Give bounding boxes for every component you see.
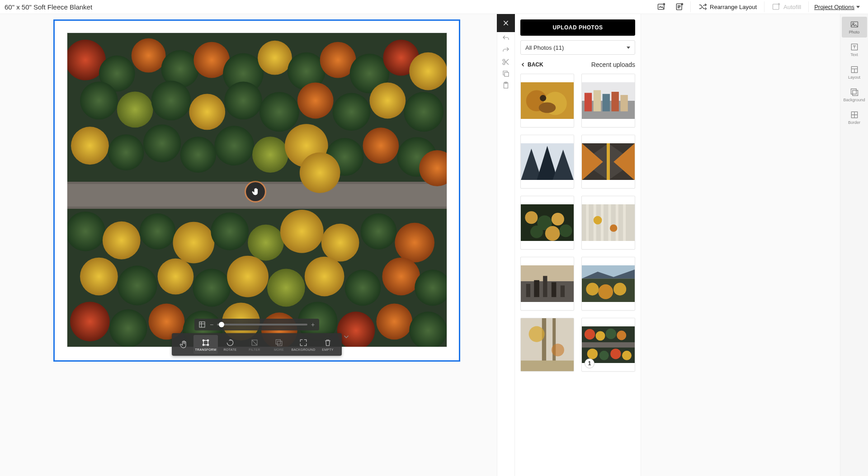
photo-thumb[interactable]: [520, 318, 574, 372]
svg-point-145: [617, 330, 626, 340]
empty-tool-button[interactable]: EMPTY: [316, 335, 340, 354]
photo-thumb[interactable]: [581, 257, 635, 311]
svg-rect-124: [534, 280, 539, 297]
chevron-down-icon: [342, 333, 350, 341]
separator: [808, 1, 809, 12]
cut-button[interactable]: [497, 57, 515, 67]
rearrange-layout-button[interactable]: Rearrange Layout: [693, 0, 762, 14]
thumb-image: [521, 318, 574, 371]
svg-point-109: [530, 225, 543, 238]
add-note-button[interactable]: [670, 0, 689, 14]
redo-button[interactable]: [497, 45, 515, 56]
svg-point-47: [321, 224, 359, 262]
thumb-image: [521, 82, 574, 119]
autofill-button[interactable]: Autofill: [766, 0, 807, 14]
transform-icon: [201, 338, 210, 347]
photo-icon: [850, 20, 859, 29]
background-tool-button[interactable]: BACKGROUND: [291, 335, 316, 354]
photo-thumb[interactable]: [520, 196, 574, 250]
main-area: − + TRANSFORM ROTATE: [0, 14, 868, 476]
more-tool-button[interactable]: MORE: [267, 335, 291, 354]
back-button[interactable]: BACK: [520, 61, 543, 68]
copy-icon: [502, 70, 510, 78]
clipboard-icon: [502, 81, 510, 90]
svg-point-31: [180, 137, 216, 173]
svg-point-148: [610, 349, 621, 359]
photo-filter-dropdown[interactable]: All Photos (11): [520, 40, 635, 55]
svg-point-33: [252, 137, 288, 173]
redo-icon: [502, 46, 510, 54]
zoom-out-button[interactable]: −: [209, 321, 214, 328]
svg-rect-118: [623, 204, 626, 241]
svg-rect-77: [276, 339, 280, 344]
close-panel-button[interactable]: [497, 14, 515, 32]
svg-point-80: [503, 63, 505, 65]
svg-point-21: [189, 94, 225, 130]
photo-thumb[interactable]: [520, 135, 574, 189]
rail-border-button[interactable]: Border: [842, 107, 867, 128]
canvas-photo-slot[interactable]: [67, 33, 447, 347]
rotate-icon: [226, 338, 235, 347]
svg-point-25: [333, 93, 371, 131]
svg-point-147: [599, 350, 609, 360]
photo-thumb[interactable]: [581, 135, 635, 189]
svg-point-88: [539, 102, 556, 113]
fit-icon[interactable]: [198, 320, 206, 329]
vertical-action-strip: [497, 14, 515, 476]
photo-thumb[interactable]: [581, 196, 635, 250]
right-tool-rail: Photo Text Layout Background Border: [840, 14, 868, 476]
rail-photo-button[interactable]: Photo: [842, 17, 867, 38]
svg-point-146: [587, 349, 598, 359]
empty-label: EMPTY: [322, 348, 334, 351]
project-options-button[interactable]: Project Options: [811, 4, 863, 10]
svg-rect-70: [199, 322, 205, 327]
paste-button[interactable]: [497, 80, 515, 91]
rail-text-button[interactable]: Text: [842, 39, 867, 60]
svg-point-52: [158, 259, 194, 295]
rail-background-button[interactable]: Background: [842, 85, 867, 105]
svg-point-57: [345, 270, 381, 306]
zoom-thumb[interactable]: [219, 322, 224, 327]
undo-button[interactable]: [497, 33, 515, 44]
pan-handle[interactable]: [246, 182, 265, 201]
svg-point-17: [409, 52, 447, 90]
zoom-slider[interactable]: [217, 324, 307, 325]
svg-rect-115: [601, 204, 604, 241]
svg-rect-139: [521, 361, 574, 371]
svg-point-45: [248, 225, 284, 261]
add-photo-button[interactable]: [652, 0, 670, 14]
usage-count-badge: 1: [585, 358, 594, 368]
photo-thumb[interactable]: [581, 74, 635, 127]
border-icon: [850, 110, 859, 119]
photo-thumb[interactable]: 1: [581, 318, 635, 372]
svg-rect-92: [594, 90, 601, 111]
expand-icon: [299, 338, 308, 347]
upload-photos-button[interactable]: UPLOAD PHOTOS: [520, 19, 635, 36]
zoom-in-button[interactable]: +: [310, 321, 316, 328]
filter-tool-button[interactable]: FILTER: [242, 335, 267, 354]
text-icon: [850, 42, 859, 52]
rotate-tool-button[interactable]: ROTATE: [218, 335, 242, 354]
thumb-image: [582, 204, 635, 241]
transform-tool-button[interactable]: TRANSFORM: [193, 335, 218, 354]
photo-thumb[interactable]: [520, 74, 574, 127]
svg-point-28: [71, 127, 109, 165]
svg-point-48: [360, 213, 396, 250]
rail-layout-button[interactable]: Layout: [842, 62, 867, 83]
more-label: MORE: [274, 348, 284, 351]
svg-point-68: [376, 303, 412, 339]
svg-point-19: [117, 92, 153, 128]
layout-icon: [850, 65, 859, 74]
svg-point-143: [595, 331, 605, 340]
thumb-image: [582, 82, 635, 119]
svg-point-36: [363, 127, 399, 164]
photo-thumb[interactable]: [520, 257, 574, 311]
canvas-frame[interactable]: − + TRANSFORM ROTATE: [53, 19, 460, 362]
copy-button[interactable]: [497, 68, 515, 79]
collapse-toolbar-button[interactable]: [341, 331, 352, 342]
svg-point-79: [503, 59, 505, 61]
svg-point-138: [552, 344, 564, 356]
chevron-down-icon: [627, 47, 630, 49]
pan-tool-button[interactable]: [174, 335, 193, 354]
scissors-icon: [502, 58, 510, 66]
